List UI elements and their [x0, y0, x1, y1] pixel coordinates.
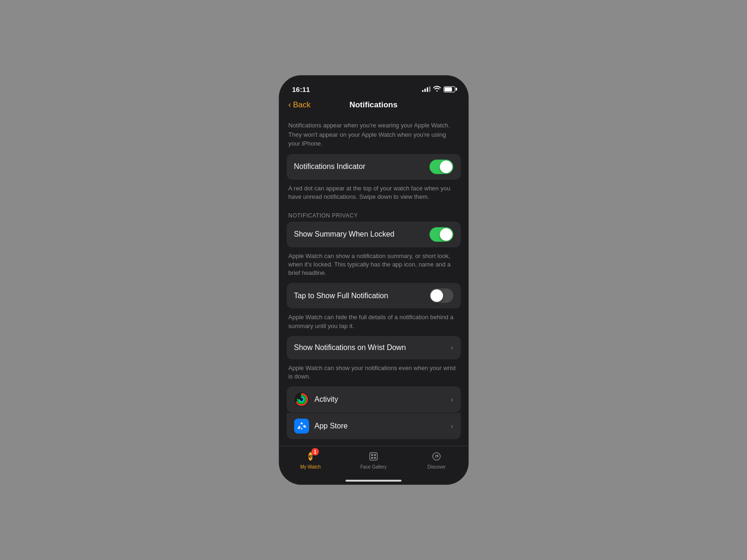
tab-bar: 1 My Watch Face Gallery: [279, 446, 468, 484]
home-indicator: [345, 480, 402, 482]
svg-rect-6: [310, 459, 311, 461]
wifi-icon: [433, 86, 441, 93]
content-area: Notifications appear when you're wearing…: [279, 113, 468, 441]
svg-rect-14: [374, 457, 376, 459]
notification-privacy-label: NOTIFICATION PRIVACY: [279, 207, 468, 222]
face-gallery-icon: [368, 451, 379, 462]
battery-icon: [444, 86, 455, 92]
nav-bar: ‹ Back Notifications: [279, 96, 468, 113]
notifications-indicator-label: Notifications Indicator: [294, 162, 366, 171]
tap-to-show-full-label: Tap to Show Full Notification: [294, 292, 388, 300]
app-store-icon: [294, 419, 309, 434]
phone-frame: 16:11 ‹ Back Notifications: [279, 75, 469, 485]
app-store-label: App Store: [315, 422, 445, 430]
activity-chevron-icon: ›: [451, 396, 453, 403]
notifications-indicator-toggle[interactable]: [430, 160, 453, 174]
wrist-down-chevron-icon: ›: [451, 344, 453, 351]
svg-rect-13: [371, 457, 373, 459]
status-icons: [422, 86, 455, 93]
back-button[interactable]: ‹ Back: [289, 100, 311, 110]
svg-point-17: [436, 456, 437, 457]
show-on-wrist-down-label: Show Notifications on Wrist Down: [294, 343, 406, 352]
tab-face-gallery[interactable]: Face Gallery: [342, 450, 405, 469]
page-title: Notifications: [310, 100, 436, 110]
svg-line-9: [310, 456, 311, 457]
intro-description: Notifications appear when you're wearing…: [279, 113, 468, 154]
tap-sub-text: Apple Watch can hide the full details of…: [279, 310, 468, 336]
show-summary-locked-toggle[interactable]: [430, 227, 453, 242]
tab-discover[interactable]: Discover: [405, 450, 468, 469]
svg-rect-10: [370, 453, 377, 460]
app-store-row[interactable]: App Store ›: [287, 413, 461, 439]
activity-label: Activity: [315, 395, 445, 404]
show-summary-locked-label: Show Summary When Locked: [294, 230, 395, 238]
back-chevron-icon: ‹: [289, 100, 291, 110]
my-watch-badge: 1: [311, 448, 319, 455]
face-gallery-label: Face Gallery: [360, 464, 387, 469]
indicator-sub-text: A red dot can appear at the top of your …: [279, 182, 468, 207]
svg-rect-12: [374, 454, 376, 456]
tab-my-watch[interactable]: 1 My Watch: [279, 450, 342, 469]
discover-icon: [431, 451, 442, 462]
notifications-indicator-row[interactable]: Notifications Indicator: [287, 154, 461, 180]
wrist-sub-text: Apple Watch can show your notifications …: [279, 361, 468, 386]
activity-row[interactable]: Activity ›: [287, 386, 461, 413]
activity-icon: [294, 392, 309, 407]
signal-icon: [422, 86, 430, 92]
my-watch-label: My Watch: [300, 464, 321, 469]
app-store-chevron-icon: ›: [451, 422, 453, 430]
status-bar: 16:11: [279, 76, 468, 96]
back-label: Back: [293, 100, 311, 110]
status-time: 16:11: [292, 85, 310, 93]
show-summary-locked-row[interactable]: Show Summary When Locked: [287, 222, 461, 247]
summary-sub-text: Apple Watch can show a notification summ…: [279, 249, 468, 283]
tap-to-show-full-toggle[interactable]: [430, 288, 453, 303]
tap-to-show-full-row[interactable]: Tap to Show Full Notification: [287, 283, 461, 308]
discover-label: Discover: [428, 464, 446, 469]
show-on-wrist-down-row[interactable]: Show Notifications on Wrist Down ›: [287, 336, 461, 359]
svg-rect-11: [371, 454, 373, 456]
